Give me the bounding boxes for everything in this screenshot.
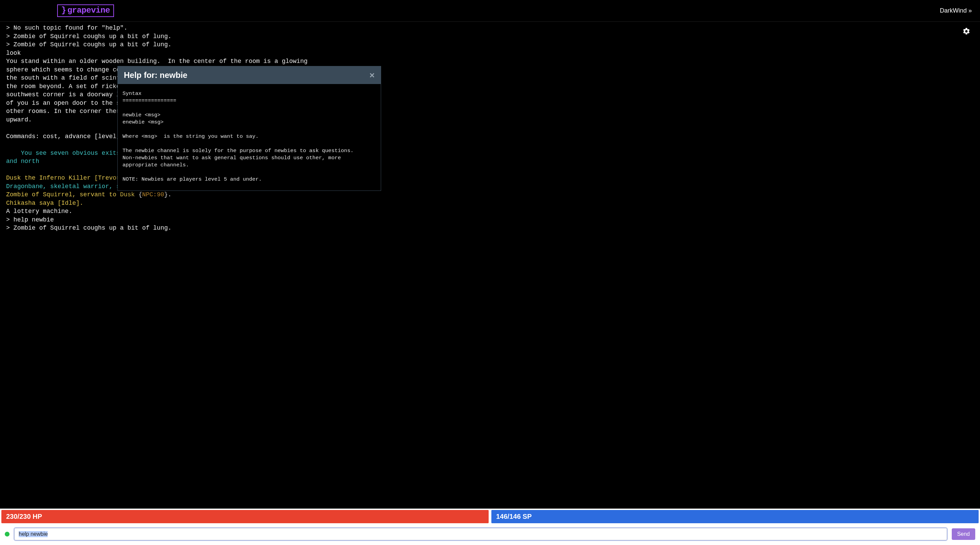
logo-text: grapevine [67, 6, 110, 15]
connection-status-icon [5, 532, 10, 537]
terminal-line: Zombie of Squirrel, servant to Dusk {NPC… [6, 191, 974, 199]
command-row: Send [0, 524, 980, 545]
terminal-line: > Zombie of Squirrel coughs up a bit of … [6, 32, 974, 41]
terminal-line: > Zombie of Squirrel coughs up a bit of … [6, 224, 974, 232]
hp-bar: 230/230 HP [2, 510, 488, 523]
status-bars: 230/230 HP 146/146 SP [0, 508, 980, 524]
terminal-area: > No such topic found for "help".> Zombi… [0, 22, 980, 508]
terminal-line: > help newbie [6, 216, 974, 224]
help-modal: Help for: newbie × Syntax ==============… [118, 66, 381, 191]
terminal-line: You stand within an older wooden buildin… [6, 57, 974, 66]
terminal-line: A lottery machine. [6, 207, 974, 216]
app-header: }grapevine DarkWind » [0, 0, 980, 22]
help-modal-header[interactable]: Help for: newbie × [118, 66, 381, 84]
terminal-line: > Zombie of Squirrel coughs up a bit of … [6, 40, 974, 49]
terminal-line: look [6, 49, 974, 57]
send-button[interactable]: Send [952, 528, 975, 540]
help-modal-body: Syntax ================= newbie <msg> en… [118, 84, 381, 191]
sp-bar: 146/146 SP [492, 510, 978, 523]
gear-icon[interactable] [962, 27, 970, 35]
help-modal-title: Help for: newbie [124, 70, 188, 80]
terminal-line: > No such topic found for "help". [6, 24, 974, 32]
logo-caret-icon: } [61, 6, 66, 15]
user-menu-link[interactable]: DarkWind » [940, 7, 972, 14]
terminal-line: Chikasha saya [Idle]. [6, 199, 974, 208]
command-input[interactable] [14, 528, 947, 540]
logo[interactable]: }grapevine [57, 5, 114, 17]
close-icon[interactable]: × [369, 71, 375, 79]
